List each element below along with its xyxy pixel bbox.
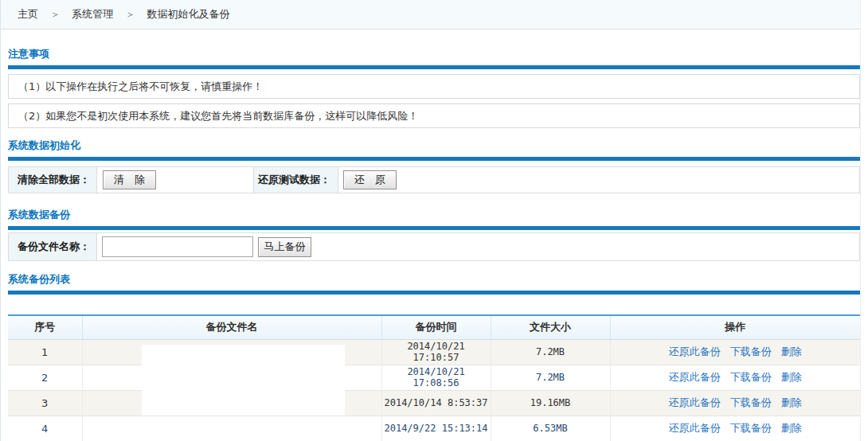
restore-backup-link[interactable]: 还原此备份 (669, 422, 721, 434)
restore-backup-link[interactable]: 还原此备份 (669, 371, 721, 383)
breadcrumb-home[interactable]: 主页 (18, 8, 38, 20)
list-section-title: 系统备份列表 (8, 272, 860, 287)
cell-backup-time: 2014/10/21 17:10:57 (381, 339, 491, 365)
delete-backup-link[interactable]: 删除 (781, 422, 802, 434)
cell-filename (82, 416, 381, 441)
download-backup-link[interactable]: 下载备份 (730, 371, 772, 383)
restore-test-data-label: 还原测试数据： (254, 167, 338, 193)
clear-all-data-label: 清除全部数据： (9, 167, 97, 193)
table-row-4: 4 2014/9/22 15:13:14 6.53MB 还原此备份下载备份删除 (8, 416, 860, 441)
breadcrumb-system-management[interactable]: 系统管理 (72, 8, 113, 20)
cell-actions: 还原此备份下载备份删除 (610, 365, 860, 390)
restore-backup-link[interactable]: 还原此备份 (669, 396, 721, 408)
table-header-row: 序号 备份文件名 备份时间 文件大小 操作 (8, 315, 860, 339)
backup-table: 序号 备份文件名 备份时间 文件大小 操作 1 2014/10/21 17:10… (8, 314, 860, 441)
delete-backup-link[interactable]: 删除 (781, 345, 802, 357)
backup-input-cell: 马上备份 (97, 233, 859, 260)
download-backup-link[interactable]: 下载备份 (730, 396, 772, 408)
restore-backup-link[interactable]: 还原此备份 (669, 345, 721, 357)
delete-backup-link[interactable]: 删除 (781, 371, 802, 383)
main-content: 注意事项 （1）以下操作在执行之后将不可恢复，请慎重操作！ （2）如果您不是初次… (8, 47, 860, 441)
cell-file-size: 7.2MB (491, 339, 610, 365)
cell-actions: 还原此备份下载备份删除 (610, 339, 860, 365)
cell-index: 3 (8, 390, 82, 416)
backup-now-button[interactable]: 马上备份 (258, 237, 311, 257)
cell-backup-time: 2014/9/22 15:13:14 (381, 416, 491, 441)
backup-filename-label: 备份文件名称： (9, 233, 97, 260)
cell-index: 2 (8, 365, 82, 390)
backup-section-divider (8, 226, 860, 230)
breadcrumb: 主页 ＞ 系统管理 ＞ 数据初始化及备份 (1, 0, 860, 29)
col-header-actions: 操作 (610, 315, 860, 339)
table-row-1: 1 2014/10/21 17:10:57 7.2MB 还原此备份下载备份删除 (8, 339, 860, 365)
init-section-divider (8, 157, 860, 161)
cell-file-size: 7.2MB (491, 365, 610, 390)
note-item-1: （1）以下操作在执行之后将不可恢复，请慎重操作！ (8, 74, 860, 99)
table-row-2: 2 2014/10/21 17:08:56 7.2MB 还原此备份下载备份删除 (8, 365, 860, 390)
restore-button[interactable]: 还 原 (343, 170, 397, 189)
init-section-title: 系统数据初始化 (8, 139, 860, 153)
backup-form-row: 备份文件名称： 马上备份 (8, 232, 860, 261)
notes-section-divider (8, 65, 860, 69)
backup-section-title: 系统数据备份 (8, 208, 860, 222)
redaction-overlay (142, 345, 345, 416)
col-header-time: 备份时间 (381, 315, 491, 339)
col-header-size: 文件大小 (491, 315, 610, 339)
cell-backup-time: 2014/10/14 8:53:37 (381, 390, 491, 416)
download-backup-link[interactable]: 下载备份 (730, 422, 772, 434)
cell-index: 1 (8, 339, 82, 365)
note-item-2: （2）如果您不是初次使用本系统，建议您首先将当前数据库备份，这样可以降低风险！ (8, 103, 860, 128)
notes-section-title: 注意事项 (8, 47, 860, 61)
breadcrumb-separator: ＞ (50, 9, 60, 20)
breadcrumb-separator: ＞ (125, 9, 135, 20)
restore-button-cell: 还 原 (338, 167, 859, 193)
breadcrumb-current-page: 数据初始化及备份 (147, 8, 230, 20)
cell-actions: 还原此备份下载备份删除 (610, 416, 860, 441)
col-header-filename: 备份文件名 (82, 315, 381, 339)
col-header-index: 序号 (8, 315, 82, 339)
page: 主页 ＞ 系统管理 ＞ 数据初始化及备份 注意事项 （1）以下操作在执行之后将不… (0, 0, 861, 441)
cell-file-size: 6.53MB (491, 416, 610, 441)
cell-backup-time: 2014/10/21 17:08:56 (381, 365, 491, 390)
download-backup-link[interactable]: 下载备份 (730, 345, 772, 357)
backup-filename-input[interactable] (102, 236, 253, 257)
cell-index: 4 (8, 416, 82, 441)
init-actions-row: 清除全部数据： 清 除 还原测试数据： 还 原 (8, 166, 860, 193)
clear-button-cell: 清 除 (97, 167, 254, 193)
clear-button[interactable]: 清 除 (103, 170, 156, 189)
delete-backup-link[interactable]: 删除 (781, 396, 802, 408)
cell-file-size: 19.16MB (491, 390, 610, 416)
table-row-3: 3 2014/10/14 8:53:37 19.16MB 还原此备份下载备份删除 (8, 390, 860, 416)
cell-actions: 还原此备份下载备份删除 (610, 390, 860, 416)
list-section-divider (8, 291, 860, 295)
